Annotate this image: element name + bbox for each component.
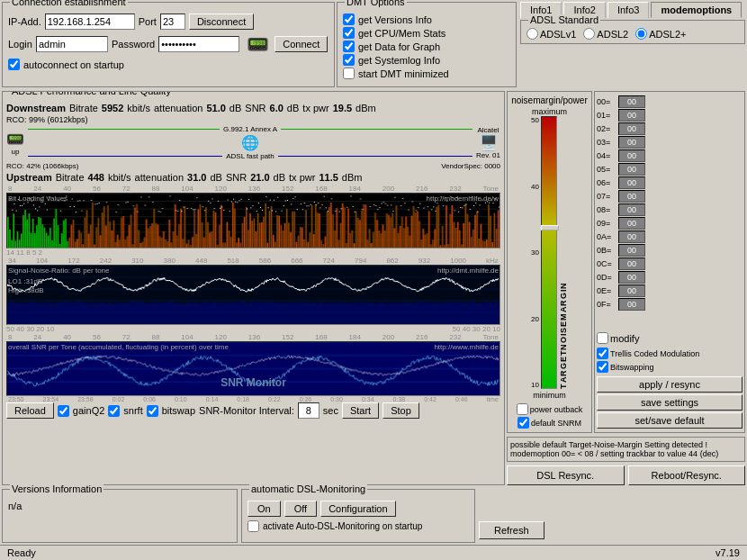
- default-snrm-checkbox[interactable]: [518, 417, 529, 429]
- bitswapping-row: Bitswapping: [597, 361, 742, 373]
- adsl-std-title: ADSL Standard: [528, 14, 600, 25]
- start-button[interactable]: Start: [342, 402, 379, 419]
- modify-checkbox[interactable]: [597, 332, 608, 344]
- opt-hex-12: 0C=: [597, 259, 616, 268]
- reload-button[interactable]: Reload: [6, 402, 54, 419]
- noise-meter-bar: [541, 116, 557, 389]
- tab-modemoptions[interactable]: modemoptions: [651, 2, 742, 18]
- dmt-checkbox-0[interactable]: [343, 14, 355, 25]
- opt-input-15[interactable]: [618, 298, 645, 311]
- opt-input-1[interactable]: [618, 109, 645, 122]
- tone-scale: 82440567288104120136152168184200216232To…: [6, 185, 500, 193]
- trellis-label: Trellis Coded Modulation: [610, 349, 699, 358]
- snr-chart-wrapper: Signal-Noise-Ratio: dB per tone http://d…: [6, 265, 500, 325]
- ip-input[interactable]: [45, 14, 135, 30]
- adsl2plus-radio-label[interactable]: ADSL2+: [635, 28, 686, 40]
- opt-input-3[interactable]: [618, 136, 645, 149]
- adsl2plus-radio[interactable]: [635, 28, 647, 40]
- scale-item: 72: [122, 333, 130, 341]
- stop-button[interactable]: Stop: [382, 402, 419, 419]
- downstream-txpwr-label: tx pwr: [302, 103, 328, 113]
- scale-item: 184: [349, 333, 361, 341]
- scale-item: 0:46: [455, 396, 468, 402]
- password-input[interactable]: [158, 36, 239, 52]
- set-save-default-button[interactable]: set/save default: [597, 412, 742, 429]
- dmt-checkbox-4[interactable]: [343, 68, 355, 79]
- adsl2-radio-label[interactable]: ADSL2: [583, 28, 628, 40]
- disconnect-button[interactable]: Disconnect: [189, 14, 254, 30]
- scale-item: Tone: [483, 185, 499, 193]
- save-settings-button[interactable]: save settings: [597, 394, 742, 411]
- modem-diagram-row: RCO: 99% (6012kbps): [6, 115, 500, 124]
- adslv1-radio-label[interactable]: ADSLv1: [526, 28, 576, 40]
- adslv1-radio[interactable]: [526, 28, 538, 40]
- snr-interval-input[interactable]: [298, 402, 320, 419]
- scale-item: 216: [416, 185, 428, 193]
- scale-item: 0:42: [424, 396, 436, 402]
- scale-item: 0:30: [330, 396, 343, 402]
- modem-opt-row-3: 03=: [597, 136, 742, 149]
- opt-hex-1: 01=: [597, 111, 616, 120]
- activate-checkbox[interactable]: [248, 520, 259, 532]
- apply-resync-button[interactable]: apply / resync: [597, 376, 742, 393]
- opt-input-14[interactable]: [618, 285, 645, 297]
- gainq2-checkbox[interactable]: [58, 405, 69, 417]
- snrft-checkbox[interactable]: [108, 405, 120, 417]
- adsl2-radio[interactable]: [583, 28, 595, 40]
- upstream-bitrate-label: Bitrate: [56, 172, 85, 183]
- opt-input-4[interactable]: [618, 149, 645, 162]
- autoconnect-checkbox[interactable]: [8, 59, 20, 70]
- dsl-resync-button[interactable]: DSL Resync.: [507, 465, 625, 485]
- reboot-resync-button[interactable]: Reboot/Resync.: [628, 465, 746, 485]
- dmt-checkbox-3[interactable]: [343, 54, 355, 66]
- downstream-att-label: attenuation: [154, 103, 202, 113]
- bitswap-checkbox[interactable]: [147, 405, 158, 417]
- opt-input-13[interactable]: [618, 271, 645, 284]
- modem-opt-row-14: 0E=: [597, 285, 742, 297]
- scale-item: 104: [181, 333, 193, 341]
- scale-item: 0:06: [143, 396, 156, 402]
- opt-hex-15: 0F=: [597, 300, 616, 309]
- modem-opt-row-0: 00=: [597, 95, 742, 108]
- opt-hex-4: 04=: [597, 151, 616, 160]
- on-button[interactable]: On: [248, 501, 281, 517]
- dmt-label-1: get CPU/Mem Stats: [358, 28, 446, 39]
- power-outback-checkbox[interactable]: [517, 403, 528, 415]
- scale-item: 232: [449, 185, 461, 193]
- refresh-button[interactable]: Refresh: [479, 521, 544, 539]
- overall-snr-label: overall SNR per Tone (accumulated, fluct…: [8, 343, 229, 351]
- tab-info3[interactable]: Info3: [608, 2, 649, 18]
- opt-input-7[interactable]: [618, 190, 645, 203]
- opt-input-2[interactable]: [618, 122, 645, 135]
- off-button[interactable]: Off: [284, 501, 317, 517]
- g992-row: G.992.1 Annex A: [28, 125, 472, 133]
- downstream-row: Downstream Bitrate 5952 kbit/s attenuati…: [6, 103, 500, 113]
- autoconnect-label: autoconnect on startup: [23, 59, 124, 70]
- bit-loading-label: Bit Loading Values: [8, 194, 68, 203]
- bitswapping-checkbox[interactable]: [597, 361, 608, 373]
- opt-input-8[interactable]: [618, 203, 645, 216]
- downstream-snr-label: SNR: [245, 103, 266, 113]
- opt-input-6[interactable]: [618, 176, 645, 189]
- modem-opt-row-11: 0B=: [597, 244, 742, 257]
- dmt-checkbox-1[interactable]: [343, 27, 355, 39]
- dmt-label-3: get Systemlog Info: [358, 55, 440, 66]
- opt-input-9[interactable]: [618, 217, 645, 230]
- downstream-bitrate-unit: kbit/s: [127, 103, 150, 113]
- scale-item: 88: [152, 333, 160, 341]
- tone-scale-bottom: 82440567288104120136152168184200216232To…: [6, 333, 500, 341]
- trellis-checkbox[interactable]: [597, 348, 608, 359]
- scale-item: 72: [122, 185, 130, 193]
- login-input[interactable]: [36, 36, 108, 52]
- opt-input-12[interactable]: [618, 257, 645, 270]
- opt-input-0[interactable]: [618, 95, 645, 108]
- config-button[interactable]: Configuration: [320, 501, 395, 517]
- noise-meter-thumb[interactable]: [541, 225, 559, 230]
- opt-input-11[interactable]: [618, 244, 645, 257]
- opt-hex-3: 03=: [597, 138, 616, 147]
- port-input[interactable]: [160, 14, 185, 30]
- opt-input-5[interactable]: [618, 163, 645, 176]
- connect-button[interactable]: Connect: [274, 36, 328, 52]
- opt-input-10[interactable]: [618, 230, 645, 243]
- dmt-checkbox-2[interactable]: [343, 41, 355, 52]
